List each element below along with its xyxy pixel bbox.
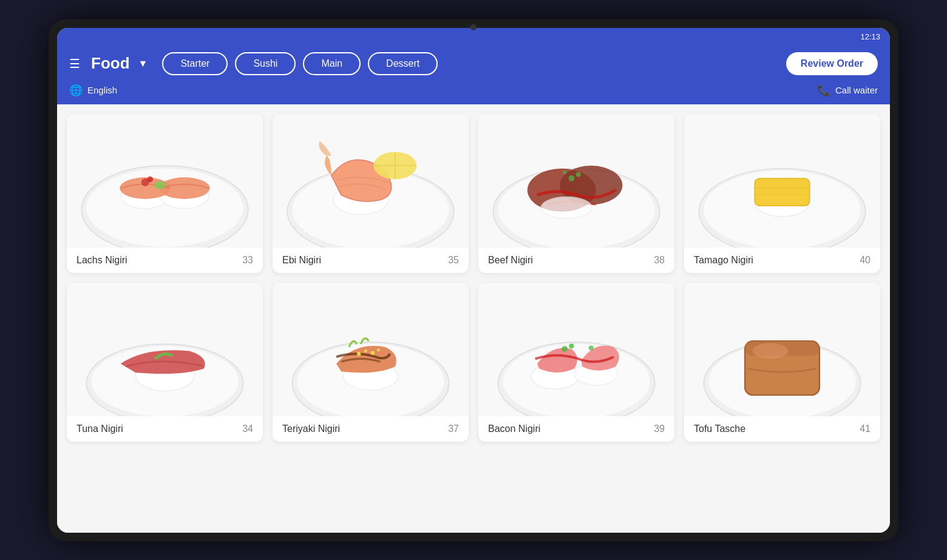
svg-point-8: [154, 181, 166, 189]
food-card[interactable]: Beef Nigiri 38: [478, 114, 674, 273]
food-card-image: [67, 283, 263, 416]
food-name: Beef Nigiri: [488, 255, 533, 266]
svg-point-17: [541, 197, 592, 219]
sub-nav: 🌐 English 📞 Call waiter: [57, 81, 890, 104]
food-card-info: Tuna Nigiri 34: [67, 416, 263, 442]
food-card-info: Tamago Nigiri 40: [684, 248, 880, 273]
food-card-info: Teriyaki Nigiri 37: [273, 416, 469, 442]
food-card-image: [478, 114, 674, 248]
camera: [470, 24, 477, 30]
food-card[interactable]: Tuna Nigiri 34: [67, 283, 263, 442]
tablet-frame: 12:13 ☰ Food ▼ Starter Sushi Main Desser…: [49, 19, 898, 541]
food-card-image: [273, 114, 469, 248]
food-card-image: [684, 283, 880, 416]
food-name: Tamago Nigiri: [694, 255, 753, 266]
globe-icon: 🌐: [69, 84, 83, 97]
food-number: 41: [860, 423, 871, 434]
food-card-info: Ebi Nigiri 35: [273, 248, 469, 273]
food-card[interactable]: Bacon Nigiri 39: [478, 283, 674, 442]
food-card-image: [684, 114, 880, 248]
tablet-screen: 12:13 ☰ Food ▼ Starter Sushi Main Desser…: [57, 28, 890, 533]
svg-point-20: [563, 170, 566, 174]
status-bar: 12:13: [57, 28, 890, 46]
food-number: 35: [448, 255, 459, 266]
food-card[interactable]: Tofu Tasche 41: [684, 283, 880, 442]
svg-point-49: [753, 343, 788, 359]
food-name: Teriyaki Nigiri: [282, 423, 340, 434]
svg-point-43: [569, 344, 574, 349]
food-name: Tuna Nigiri: [76, 423, 123, 434]
svg-point-44: [589, 346, 594, 351]
svg-point-1: [86, 169, 243, 247]
food-card-info: Bacon Nigiri 39: [478, 416, 674, 442]
food-name: Lachs Nigiri: [76, 255, 127, 266]
language-button[interactable]: 🌐 English: [69, 84, 117, 97]
svg-rect-25: [755, 178, 809, 206]
food-card[interactable]: Teriyaki Nigiri 37: [273, 283, 469, 442]
food-number: 37: [448, 423, 459, 434]
food-number: 38: [654, 255, 665, 266]
sushi-category-button[interactable]: Sushi: [235, 52, 296, 75]
food-name: Tofu Tasche: [694, 423, 745, 434]
svg-point-42: [562, 346, 568, 353]
top-nav: ☰ Food ▼ Starter Sushi Main Dessert Revi…: [57, 46, 890, 81]
dropdown-arrow-icon[interactable]: ▼: [138, 58, 148, 69]
svg-point-5: [159, 178, 210, 200]
food-card[interactable]: Ebi Nigiri 35: [273, 114, 469, 273]
call-waiter-label: Call waiter: [835, 85, 878, 95]
svg-point-19: [576, 172, 581, 177]
food-card-image: [273, 283, 469, 416]
svg-point-37: [377, 349, 380, 352]
dessert-category-button[interactable]: Dessert: [368, 52, 438, 75]
svg-point-18: [569, 175, 575, 181]
review-order-button[interactable]: Review Order: [786, 52, 878, 75]
food-name: Ebi Nigiri: [282, 255, 321, 266]
food-card[interactable]: Lachs Nigiri 33: [67, 114, 263, 273]
food-number: 34: [242, 423, 253, 434]
food-number: 33: [242, 255, 253, 266]
food-card-image: [67, 114, 263, 248]
hamburger-icon[interactable]: ☰: [69, 56, 80, 71]
svg-point-7: [147, 177, 153, 183]
food-card-info: Lachs Nigiri 33: [67, 248, 263, 273]
phone-icon: 📞: [817, 84, 830, 97]
call-waiter-button[interactable]: 📞 Call waiter: [817, 84, 878, 97]
svg-point-34: [357, 352, 361, 356]
food-name: Bacon Nigiri: [488, 423, 540, 434]
food-number: 39: [654, 423, 665, 434]
food-card-info: Beef Nigiri 38: [478, 248, 674, 273]
language-label: English: [87, 85, 117, 95]
main-content: Lachs Nigiri 33 Eb: [57, 104, 890, 533]
svg-point-36: [371, 351, 375, 355]
food-card[interactable]: Tamago Nigiri 40: [684, 114, 880, 273]
starter-category-button[interactable]: Starter: [162, 52, 228, 75]
food-grid: Lachs Nigiri 33 Eb: [67, 114, 880, 442]
food-card-info: Tofu Tasche 41: [684, 416, 880, 442]
main-category-button[interactable]: Main: [303, 52, 361, 75]
food-category-title: Food: [91, 54, 130, 73]
svg-point-35: [364, 349, 367, 353]
status-time: 12:13: [860, 32, 880, 41]
food-number: 40: [860, 255, 871, 266]
category-buttons: Starter Sushi Main Dessert: [162, 52, 777, 75]
food-card-image: [478, 283, 674, 416]
